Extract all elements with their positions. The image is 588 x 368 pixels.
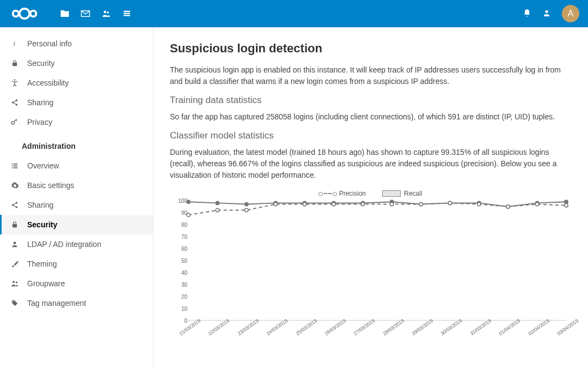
svg-point-27 <box>13 281 15 283</box>
x-tick: 03/04/2019 <box>556 318 580 336</box>
chart-point <box>332 202 335 206</box>
brush-icon <box>10 260 20 268</box>
sidebar-item-security[interactable]: Security <box>0 53 153 73</box>
main-content: Suspicious login detection The suspiciou… <box>154 27 588 368</box>
legend-precision: Precision <box>320 190 366 197</box>
sidebar-item-label: Privacy <box>27 118 52 126</box>
sidebar-item-accessibility[interactable]: Accessibility <box>0 73 153 93</box>
y-tick: 20 <box>181 294 187 300</box>
y-tick: 30 <box>181 282 187 288</box>
svg-point-0 <box>20 9 29 19</box>
svg-text:i: i <box>13 39 15 47</box>
page-title: Suspicious login detection <box>170 41 572 56</box>
person-icon <box>10 240 20 248</box>
svg-point-4 <box>107 11 109 14</box>
sidebar-item-tag-management[interactable]: Tag management <box>0 293 153 313</box>
svg-rect-20 <box>12 167 13 168</box>
chart-point <box>448 201 451 204</box>
y-tick: 50 <box>181 258 187 264</box>
training-heading: Training data statistics <box>170 95 572 106</box>
sidebar-item-theming[interactable]: Theming <box>0 254 153 274</box>
files-icon[interactable] <box>60 9 70 19</box>
classifier-text: During evaluation, the latest model (tra… <box>170 147 572 181</box>
sidebar-item-label: Tag management <box>27 299 86 307</box>
svg-rect-18 <box>12 165 13 166</box>
chart-point <box>506 205 510 208</box>
sidebar-item-ldap-ad-integration[interactable]: LDAP / AD integration <box>0 234 153 254</box>
contacts-icon[interactable] <box>101 9 111 19</box>
legend-recall-label: Recall <box>404 190 422 197</box>
user-avatar[interactable]: A <box>562 5 579 22</box>
list-icon <box>10 162 20 170</box>
sidebar-item-sharing[interactable]: Sharing <box>0 195 153 215</box>
x-tick: 28/03/2019 <box>382 318 405 336</box>
sidebar-item-label: Overview <box>27 161 59 170</box>
svg-rect-6 <box>124 13 130 14</box>
x-tick: 27/03/2019 <box>353 318 376 336</box>
y-tick: 10 <box>181 306 187 312</box>
x-tick: 31/03/2019 <box>469 318 492 336</box>
sidebar-item-label: Security <box>27 59 55 68</box>
sidebar-item-overview[interactable]: Overview <box>0 156 153 176</box>
y-tick: 60 <box>181 246 187 252</box>
x-tick: 29/03/2019 <box>411 318 434 336</box>
svg-rect-25 <box>13 224 17 227</box>
app-logo[interactable] <box>11 7 38 21</box>
sidebar-item-label: Groupware <box>27 279 65 288</box>
x-tick: 22/03/2019 <box>207 318 231 336</box>
chart-point <box>565 200 568 203</box>
x-tick: 21/03/2019 <box>179 318 202 336</box>
training-text: So far the app has captured 258058 login… <box>170 111 572 123</box>
sidebar-item-label: LDAP / AD integration <box>27 240 101 249</box>
sidebar-item-security[interactable]: Security <box>0 215 153 234</box>
legend-recall: Recall <box>382 190 422 197</box>
classifier-heading: Classifier model statistics <box>170 130 572 141</box>
sidebar-item-sharing[interactable]: Sharing <box>0 93 153 112</box>
notifications-icon[interactable] <box>523 9 531 19</box>
sidebar-item-label: Sharing <box>27 98 53 107</box>
users-icon[interactable] <box>542 9 551 19</box>
svg-rect-7 <box>124 15 130 16</box>
chart-point <box>187 213 190 216</box>
sidebar-item-personal-info[interactable]: iPersonal info <box>0 34 153 53</box>
sidebar-item-label: Theming <box>27 260 57 268</box>
chart-point <box>303 202 306 206</box>
deck-icon[interactable] <box>122 9 132 19</box>
y-tick: 70 <box>181 234 187 240</box>
mail-icon[interactable] <box>81 9 90 19</box>
sidebar-item-label: Sharing <box>27 201 53 209</box>
sidebar-item-basic-settings[interactable]: Basic settings <box>0 176 153 195</box>
chart-point <box>216 208 219 212</box>
sidebar-item-privacy[interactable]: Privacy <box>0 112 153 132</box>
svg-rect-10 <box>13 63 17 66</box>
chart-legend: Precision Recall <box>170 189 572 201</box>
svg-point-11 <box>14 79 16 81</box>
lock-icon <box>10 59 20 67</box>
share-icon <box>10 201 20 209</box>
chart-point <box>274 202 277 206</box>
sidebar-item-groupware[interactable]: Groupware <box>0 274 153 293</box>
chart-point <box>477 202 481 206</box>
chart-point <box>419 202 422 206</box>
svg-point-28 <box>16 281 17 283</box>
x-tick: 30/03/2019 <box>440 318 463 336</box>
svg-point-3 <box>104 11 107 14</box>
y-tick: 0 <box>184 318 187 324</box>
settings-sidebar: iPersonal infoSecurityAccessibilityShari… <box>0 27 154 368</box>
sidebar-item-label: Basic settings <box>27 181 74 190</box>
model-performance-chart: Precision Recall 0102030405060708090100 … <box>170 189 572 358</box>
sidebar-item-label: Accessibility <box>27 79 69 87</box>
x-tick: 26/03/2019 <box>323 318 347 336</box>
key-icon <box>10 118 20 126</box>
svg-rect-5 <box>124 11 130 12</box>
svg-point-26 <box>14 242 16 244</box>
x-tick: 24/03/2019 <box>266 318 289 336</box>
chart-point <box>187 200 190 203</box>
x-tick: 02/04/2019 <box>527 318 550 336</box>
chart-point <box>565 204 568 207</box>
y-tick: 100 <box>178 198 187 204</box>
svg-point-1 <box>13 11 19 17</box>
svg-rect-19 <box>14 165 18 166</box>
sidebar-item-label: Personal info <box>27 39 72 48</box>
sidebar-item-label: Security <box>27 220 57 229</box>
